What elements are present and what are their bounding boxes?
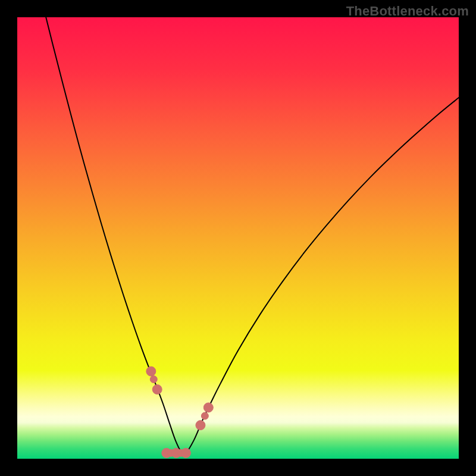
- data-marker: [181, 448, 190, 458]
- data-marker: [146, 367, 156, 376]
- chart-svg: [17, 17, 459, 459]
- data-marker: [150, 375, 157, 383]
- plot-area: [17, 17, 459, 459]
- data-marker: [152, 385, 162, 394]
- data-marker: [203, 403, 213, 412]
- data-marker: [196, 421, 205, 430]
- data-marker: [201, 412, 208, 419]
- gradient-background: [17, 17, 459, 459]
- chart-frame: TheBottleneck.com: [0, 0, 476, 476]
- watermark-text: TheBottleneck.com: [346, 4, 469, 19]
